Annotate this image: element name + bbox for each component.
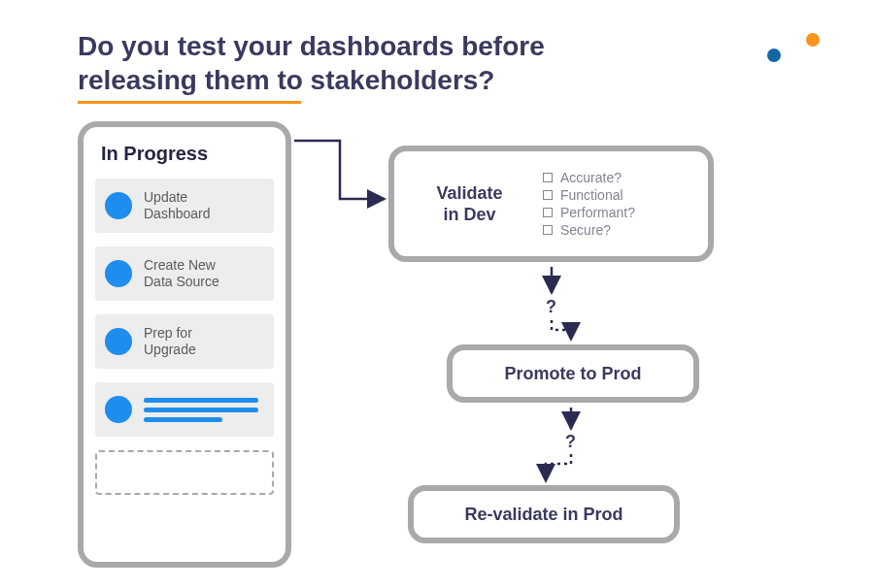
list-item: Update Dashboard — [95, 179, 274, 233]
checkbox-icon — [543, 225, 553, 235]
checkbox-icon — [543, 173, 553, 182]
bullet-icon — [105, 396, 132, 423]
promote-to-prod-box: Promote to Prod — [447, 344, 699, 403]
checkbox-icon — [543, 208, 553, 217]
list-item: Prep for Upgrade — [95, 314, 274, 369]
check-row: Functional — [543, 187, 635, 203]
check-label: Performant? — [560, 205, 635, 220]
arrow-panel-to-validate — [294, 141, 385, 199]
check-row: Accurate? — [543, 170, 635, 185]
checkbox-icon — [543, 190, 553, 200]
decor-dot-orange — [806, 33, 820, 47]
list-item-placeholder — [95, 382, 274, 437]
placeholder-lines — [144, 393, 264, 427]
check-row: Performant? — [543, 205, 635, 220]
validate-checklist: Accurate? Functional Performant? Secure? — [543, 168, 635, 240]
bullet-icon — [105, 328, 132, 355]
check-label: Accurate? — [560, 170, 622, 185]
title-underline — [78, 101, 301, 104]
arrow-q2-to-revalidate — [546, 454, 571, 481]
revalidate-in-prod-box: Re-validate in Prod — [408, 485, 680, 543]
in-progress-panel: In Progress Update Dashboard Create New … — [78, 121, 291, 568]
check-row: Secure? — [543, 222, 635, 238]
list-item-empty — [95, 450, 274, 495]
list-item-label: Prep for Upgrade — [144, 325, 196, 359]
validate-title: Validate in Dev — [414, 182, 525, 226]
arrow-q1-to-promote — [552, 320, 571, 340]
list-item-label: Create New Data Source — [144, 257, 219, 291]
decor-dot-blue — [767, 49, 781, 62]
question-mark-1: ? — [546, 297, 556, 317]
page-title: Do you test your dashboards before relea… — [78, 29, 660, 97]
bullet-icon — [105, 260, 132, 287]
panel-title: In Progress — [101, 143, 274, 165]
check-label: Secure? — [560, 222, 611, 238]
list-item: Create New Data Source — [95, 246, 274, 301]
bullet-icon — [105, 192, 132, 219]
question-mark-2: ? — [565, 432, 576, 452]
list-item-label: Update Dashboard — [144, 189, 211, 223]
check-label: Functional — [560, 187, 623, 203]
validate-in-dev-box: Validate in Dev Accurate? Functional Per… — [388, 146, 714, 262]
